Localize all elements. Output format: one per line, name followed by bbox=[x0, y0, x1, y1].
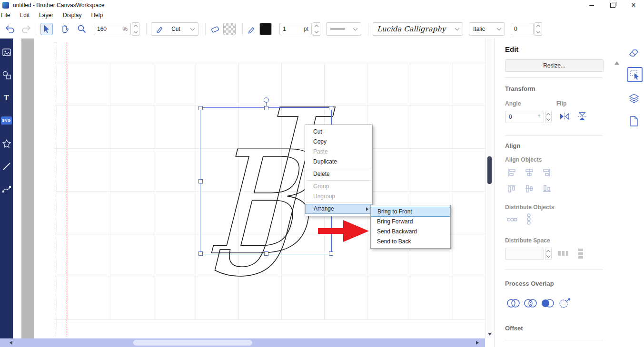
vertical-scroll-thumb[interactable] bbox=[487, 156, 492, 184]
horizontal-scroll-thumb[interactable] bbox=[133, 340, 252, 346]
svg-import-tool[interactable]: SVG bbox=[1, 115, 12, 126]
align-bottom-button[interactable] bbox=[542, 184, 552, 193]
submenu-item-send-to-back[interactable]: Send to Back bbox=[371, 237, 450, 247]
char-spacing-input[interactable]: 0 bbox=[511, 23, 534, 35]
eraser-tab[interactable] bbox=[627, 46, 641, 59]
stroke-color-swatch[interactable] bbox=[259, 23, 272, 35]
redo-button[interactable] bbox=[21, 24, 31, 34]
path-edit-tool[interactable] bbox=[1, 183, 12, 194]
select-tool-button[interactable] bbox=[40, 23, 53, 35]
line-style-dropdown[interactable] bbox=[326, 22, 361, 36]
context-item-duplicate[interactable]: Duplicate bbox=[305, 157, 372, 167]
canvas-area[interactable]: J B bbox=[13, 39, 485, 338]
pencil-icon bbox=[247, 24, 257, 34]
menu-bar: File Edit Layer Display Help bbox=[0, 10, 644, 19]
scroll-left-arrow[interactable] bbox=[10, 341, 12, 345]
draw-line-tool[interactable] bbox=[1, 161, 12, 172]
distribute-horizontal-button[interactable] bbox=[507, 215, 517, 224]
flip-horizontal-icon bbox=[558, 111, 571, 122]
overlap-subtract-button[interactable] bbox=[540, 297, 555, 309]
zoom-tool-button[interactable] bbox=[77, 24, 87, 34]
overlap-remove-button[interactable] bbox=[557, 297, 572, 309]
clipart-tool[interactable] bbox=[1, 138, 12, 149]
stroke-width-unit: pt bbox=[304, 26, 308, 32]
overlap-divide-button[interactable] bbox=[523, 297, 537, 309]
menu-separator bbox=[306, 202, 371, 203]
resize-handle-s[interactable] bbox=[264, 251, 268, 256]
undo-button[interactable] bbox=[5, 24, 15, 34]
scroll-down-arrow[interactable] bbox=[488, 333, 492, 336]
context-item-delete[interactable]: Delete bbox=[305, 169, 372, 179]
resize-button[interactable]: Resize... bbox=[505, 59, 604, 72]
fill-color-swatch[interactable] bbox=[223, 23, 236, 35]
menu-file[interactable]: File bbox=[0, 12, 15, 19]
fill-color-button[interactable] bbox=[210, 24, 220, 34]
zoom-level-input[interactable]: 160 % bbox=[94, 23, 131, 35]
menu-edit[interactable]: Edit bbox=[15, 12, 34, 19]
distribute-vertical-button[interactable] bbox=[525, 213, 533, 225]
angle-input[interactable]: 0 ° bbox=[505, 111, 544, 123]
context-item-arrange[interactable]: Arrange bbox=[305, 204, 372, 214]
pan-tool-button[interactable] bbox=[59, 24, 70, 34]
font-family-dropdown[interactable]: Lucida Calligraphy bbox=[373, 22, 463, 36]
right-rail bbox=[624, 39, 644, 347]
restore-icon bbox=[610, 3, 615, 8]
shapes-tool[interactable] bbox=[1, 69, 12, 80]
char-spacing-stepper[interactable] bbox=[535, 22, 542, 36]
menu-help[interactable]: Help bbox=[86, 12, 108, 19]
space-vertical-button[interactable] bbox=[575, 248, 585, 259]
align-center-button[interactable] bbox=[525, 168, 534, 177]
resize-handle-ne[interactable] bbox=[329, 106, 333, 110]
align-right-button[interactable] bbox=[542, 168, 552, 177]
align-middle-button[interactable] bbox=[525, 184, 534, 193]
layers-tab[interactable] bbox=[627, 92, 641, 105]
maximize-button[interactable] bbox=[602, 0, 623, 10]
resize-handle-nw[interactable] bbox=[198, 106, 203, 110]
align-left-button[interactable] bbox=[507, 168, 516, 177]
zoom-stepper[interactable] bbox=[132, 22, 139, 36]
panel-scroll-up-icon[interactable] bbox=[614, 61, 619, 65]
align-top-icon bbox=[507, 184, 516, 193]
submenu-item-bring-to-front[interactable]: Bring to Front bbox=[371, 207, 450, 217]
angle-stepper[interactable] bbox=[545, 111, 552, 123]
vertical-scrollbar[interactable] bbox=[485, 39, 494, 338]
image-import-tool[interactable] bbox=[1, 47, 12, 58]
mode-dropdown[interactable]: Cut bbox=[151, 22, 198, 36]
close-button[interactable]: × bbox=[623, 0, 644, 10]
canvas-gutter bbox=[21, 39, 34, 338]
chevron-down-icon bbox=[455, 26, 460, 31]
menu-layer[interactable]: Layer bbox=[34, 12, 58, 19]
text-tool[interactable]: T bbox=[1, 92, 12, 103]
edit-tab-active[interactable] bbox=[627, 67, 643, 82]
context-item-copy[interactable]: Copy bbox=[305, 137, 372, 147]
distribute-space-input[interactable] bbox=[505, 248, 544, 260]
menu-separator bbox=[306, 168, 371, 168]
scroll-right-arrow[interactable] bbox=[476, 341, 479, 345]
space-horizontal-button[interactable] bbox=[557, 249, 569, 258]
stroke-width-input[interactable]: 1 pt bbox=[279, 23, 312, 35]
stroke-width-stepper[interactable] bbox=[313, 22, 320, 36]
align-bottom-icon bbox=[542, 184, 552, 193]
artboard-tab[interactable] bbox=[627, 115, 641, 128]
submenu-item-bring-forward[interactable]: Bring Forward bbox=[371, 217, 450, 227]
weld-button[interactable] bbox=[506, 297, 520, 309]
flip-horizontal-button[interactable] bbox=[558, 111, 571, 122]
stroke-color-button[interactable] bbox=[247, 24, 257, 34]
menu-display[interactable]: Display bbox=[58, 12, 86, 19]
distribute-space-label: Distribute Space bbox=[505, 237, 550, 244]
flip-vertical-button[interactable] bbox=[576, 111, 588, 122]
resize-handle-w[interactable] bbox=[198, 179, 203, 183]
distribute-space-stepper[interactable] bbox=[545, 248, 552, 260]
minimize-button[interactable] bbox=[581, 0, 602, 10]
horizontal-scrollbar[interactable] bbox=[0, 338, 485, 347]
rotation-handle[interactable] bbox=[264, 97, 269, 103]
align-top-button[interactable] bbox=[507, 184, 516, 193]
resize-handle-n[interactable] bbox=[264, 106, 268, 110]
resize-handle-se[interactable] bbox=[329, 251, 333, 256]
submenu-item-send-backward[interactable]: Send Backward bbox=[371, 227, 450, 237]
hand-icon bbox=[59, 24, 70, 34]
space-vertical-icon bbox=[575, 248, 585, 259]
context-item-cut[interactable]: Cut bbox=[305, 127, 372, 137]
font-style-dropdown[interactable]: Italic bbox=[469, 22, 505, 36]
resize-handle-sw[interactable] bbox=[198, 251, 203, 256]
